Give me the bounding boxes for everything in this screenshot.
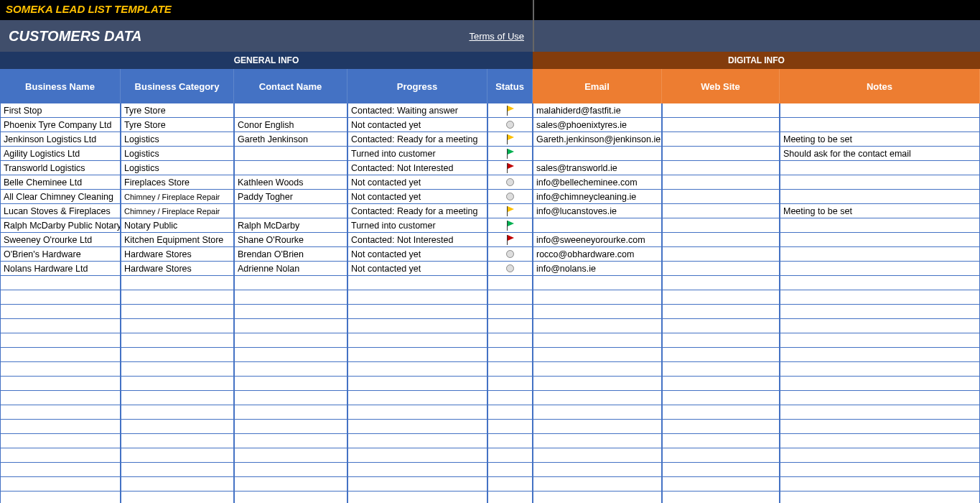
cell-empty[interactable] [487,377,533,391]
table-row[interactable]: Phoenix Tyre Company LtdTyre StoreConor … [0,118,980,132]
cell-empty[interactable] [662,276,780,290]
cell-status[interactable] [487,118,533,132]
cell-empty[interactable] [780,333,980,348]
cell-empty[interactable] [780,420,980,434]
col-business-name[interactable]: Business Name [0,69,121,103]
col-website[interactable]: Web Site [662,69,780,103]
cell-empty[interactable] [121,477,234,492]
table-row-empty[interactable] [0,477,980,492]
cell-progress[interactable]: Not contacted yet [347,118,487,132]
cell-website[interactable] [662,247,780,262]
cell-status[interactable] [487,132,533,147]
cell-business-category[interactable]: Hardware Stores [121,262,234,276]
cell-business-category[interactable]: Chimney / Fireplace Repair [121,190,234,204]
table-row[interactable]: O'Brien's HardwareHardware StoresBrendan… [0,247,980,262]
cell-empty[interactable] [533,405,662,420]
table-row-empty[interactable] [0,448,980,463]
cell-empty[interactable] [234,305,347,319]
cell-empty[interactable] [662,290,780,305]
cell-empty[interactable] [533,420,662,434]
cell-empty[interactable] [234,420,347,434]
cell-empty[interactable] [0,377,121,391]
cell-empty[interactable] [533,492,662,503]
cell-website[interactable] [662,175,780,190]
cell-empty[interactable] [347,276,487,290]
cell-empty[interactable] [121,333,234,348]
cell-empty[interactable] [121,362,234,377]
cell-email[interactable]: sales@phoenixtyres.ie [533,118,662,132]
cell-contact-name[interactable] [234,204,347,218]
table-row[interactable]: Jenkinson Logistics LtdLogisticsGareth J… [0,132,980,147]
cell-empty[interactable] [121,434,234,448]
cell-empty[interactable] [780,377,980,391]
table-row-empty[interactable] [0,333,980,348]
cell-empty[interactable] [234,448,347,463]
cell-empty[interactable] [234,405,347,420]
col-business-category[interactable]: Business Category [121,69,234,103]
cell-empty[interactable] [347,348,487,362]
cell-empty[interactable] [780,319,980,333]
cell-empty[interactable] [487,463,533,477]
cell-contact-name[interactable]: Kathleen Woods [234,175,347,190]
cell-empty[interactable] [121,348,234,362]
table-row-empty[interactable] [0,305,980,319]
cell-empty[interactable] [662,362,780,377]
cell-empty[interactable] [662,333,780,348]
cell-status[interactable] [487,190,533,204]
cell-empty[interactable] [533,319,662,333]
cell-empty[interactable] [662,391,780,405]
cell-contact-name[interactable]: Ralph McDarby [234,218,347,233]
cell-empty[interactable] [347,405,487,420]
cell-business-category[interactable]: Fireplaces Store [121,175,234,190]
cell-website[interactable] [662,190,780,204]
cell-business-name[interactable]: Sweeney O'rourke Ltd [0,233,121,247]
cell-notes[interactable] [780,247,980,262]
cell-contact-name[interactable]: Brendan O'Brien [234,247,347,262]
cell-business-category[interactable]: Notary Public [121,218,234,233]
cell-empty[interactable] [487,290,533,305]
cell-progress[interactable]: Contacted: Ready for a meeting [347,204,487,218]
cell-progress[interactable]: Not contacted yet [347,175,487,190]
table-row-empty[interactable] [0,276,980,290]
cell-status[interactable] [487,147,533,161]
cell-empty[interactable] [347,391,487,405]
table-row-empty[interactable] [0,434,980,448]
cell-empty[interactable] [780,276,980,290]
cell-website[interactable] [662,233,780,247]
col-notes[interactable]: Notes [780,69,980,103]
cell-empty[interactable] [533,305,662,319]
cell-empty[interactable] [780,290,980,305]
cell-empty[interactable] [347,434,487,448]
col-email[interactable]: Email [533,69,662,103]
cell-empty[interactable] [0,492,121,503]
cell-empty[interactable] [662,463,780,477]
cell-notes[interactable]: Should ask for the contact email [780,147,980,161]
table-row[interactable]: Transworld LogisticsLogisticsContacted: … [0,161,980,175]
cell-empty[interactable] [533,377,662,391]
cell-email[interactable]: info@lucanstoves.ie [533,204,662,218]
cell-contact-name[interactable] [234,103,347,118]
table-row-empty[interactable] [0,348,980,362]
cell-empty[interactable] [121,276,234,290]
cell-empty[interactable] [662,448,780,463]
cell-empty[interactable] [121,305,234,319]
cell-notes[interactable] [780,175,980,190]
cell-business-category[interactable]: Chimney / Fireplace Repair [121,204,234,218]
cell-business-name[interactable]: O'Brien's Hardware [0,247,121,262]
cell-website[interactable] [662,132,780,147]
table-row-empty[interactable] [0,362,980,377]
cell-empty[interactable] [533,276,662,290]
cell-empty[interactable] [347,305,487,319]
cell-empty[interactable] [780,434,980,448]
cell-progress[interactable]: Turned into customer [347,218,487,233]
table-row-empty[interactable] [0,420,980,434]
cell-empty[interactable] [347,377,487,391]
cell-empty[interactable] [0,434,121,448]
cell-empty[interactable] [0,405,121,420]
table-row[interactable]: First StopTyre StoreContacted: Waiting a… [0,103,980,118]
cell-business-name[interactable]: Ralph McDarby Public Notary [0,218,121,233]
cell-business-category[interactable]: Logistics [121,132,234,147]
table-row[interactable]: Agility Logistics LtdLogisticsTurned int… [0,147,980,161]
cell-empty[interactable] [121,448,234,463]
cell-empty[interactable] [662,405,780,420]
